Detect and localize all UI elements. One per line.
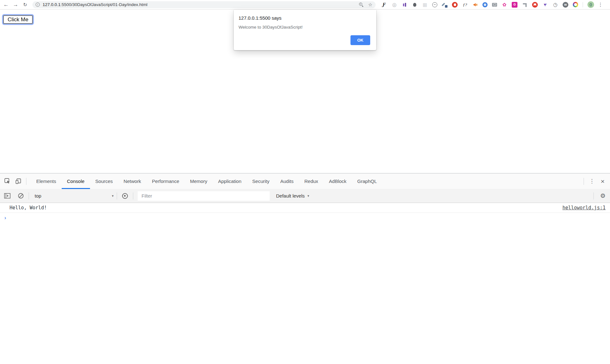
browser-toolbar: ← → ↻ i 127.0.0.1:5500/30DaysOfJavaScrip… [0, 0, 610, 10]
purple-bars-extension-icon[interactable] [402, 2, 407, 8]
console-prompt-icon: › [4, 214, 7, 221]
console-filter-input[interactable] [138, 191, 270, 201]
tab-memory[interactable]: Memory [185, 173, 213, 189]
eye-glyph [122, 193, 128, 199]
device-toolbar-svg [15, 178, 22, 185]
console-messages-area: Hello, World! helloworld.js:1 › [0, 203, 610, 223]
tab-performance[interactable]: Performance [147, 173, 185, 189]
console-sidebar-toggle-icon[interactable] [2, 191, 13, 201]
tab-adblock[interactable]: AdBlock [323, 173, 352, 189]
devtools-panel: Elements Console Sources Network Perform… [0, 173, 610, 364]
purple-heart-extension-icon[interactable]: ♥ [542, 2, 548, 8]
pink-gear-extension-icon[interactable]: ⚙ [512, 2, 517, 8]
context-caret-icon: ▼ [111, 194, 114, 198]
fx-question-extension-icon[interactable]: ƒ? [462, 2, 468, 8]
parens-extension-icon[interactable] [432, 2, 437, 7]
script-f-extension-icon[interactable]: Ƒ [381, 2, 387, 8]
bookmark-star-icon[interactable]: ☆ [368, 2, 372, 8]
console-log-text: Hello, World! [10, 205, 47, 211]
inspect-element-svg [4, 178, 11, 185]
pink-flower-extension-icon[interactable]: ✿ [502, 2, 507, 8]
pipe-elbow-extension-icon[interactable] [522, 2, 528, 8]
clear-console-icon[interactable] [15, 191, 26, 201]
bug-extension-icon[interactable] [412, 2, 418, 8]
console-toolbar-separator-4 [593, 192, 594, 199]
devtools-more-icon[interactable]: ⋮ [586, 176, 597, 187]
camera-extension-icon[interactable] [492, 3, 497, 7]
url-text[interactable]: 127.0.0.1:5500/30DaysOfJavaScript/01-Day… [43, 2, 359, 7]
tab-redux[interactable]: Redux [299, 173, 323, 189]
url-path: :5500/30DaysOfJavaScript/01-Day/index.ht… [60, 2, 147, 7]
console-source-link[interactable]: helloworld.js:1 [563, 205, 606, 211]
console-sidebar-svg [4, 193, 10, 199]
tab-network[interactable]: Network [118, 173, 147, 189]
click-me-button[interactable]: Click Me [3, 15, 33, 24]
console-prompt-row[interactable]: › [0, 213, 610, 223]
back-icon[interactable]: ← [1, 0, 11, 9]
site-info-icon[interactable]: i [36, 3, 40, 7]
live-expression-eye-icon[interactable] [120, 191, 130, 201]
log-levels-select[interactable]: Default levels ▼ [276, 193, 310, 199]
inspect-element-icon[interactable] [2, 176, 13, 187]
tab-sources[interactable]: Sources [90, 173, 118, 189]
eyedropper-extension-icon[interactable] [442, 2, 447, 8]
tabbar-separator [26, 178, 26, 185]
console-toolbar-separator-2 [117, 192, 117, 199]
alert-dialog: 127.0.0.1:5500 says Welcome to 30DaysOfJ… [234, 10, 376, 50]
tab-application[interactable]: Application [213, 173, 247, 189]
log-levels-caret-icon: ▼ [307, 194, 310, 198]
browser-menu-icon[interactable]: ⋮ [598, 2, 603, 8]
context-selected-value: top [35, 193, 41, 199]
devtools-tabbar: Elements Console Sources Network Perform… [0, 173, 610, 189]
console-toolbar-separator-1 [29, 192, 29, 199]
tab-console[interactable]: Console [62, 173, 90, 189]
alert-ok-button[interactable]: OK [350, 35, 370, 45]
w-circle-extension-icon[interactable]: W [563, 2, 568, 8]
console-settings-gear-icon[interactable]: ⚙ [600, 192, 606, 199]
console-log-row: Hello, World! helloworld.js:1 [0, 203, 610, 213]
tab-graphql[interactable]: GraphQL [352, 173, 382, 189]
alert-message: Welcome to 30DaysOfJavaScript! [234, 21, 376, 30]
zoom-icon[interactable]: + [359, 2, 364, 7]
grid-extension-icon[interactable]: ▦ [422, 2, 428, 8]
json-braces-extension-icon[interactable]: {} [587, 1, 594, 8]
forward-icon[interactable]: → [11, 0, 20, 9]
console-toolbar: top ▼ Default levels ▼ ⚙ [0, 189, 610, 203]
extensions-row: Ƒ ◎ ▦ ƒ? ✿ ⚙ ♥ ◷ W {} [381, 1, 594, 8]
tab-elements[interactable]: Elements [31, 173, 62, 189]
javascript-context-select[interactable]: top ▼ [35, 193, 114, 199]
megaphone-extension-icon[interactable] [472, 2, 478, 8]
zoom-lens: + [359, 3, 362, 6]
tab-audits[interactable]: Audits [275, 173, 299, 189]
red-bookmark-extension-icon[interactable] [532, 2, 538, 8]
devtools-close-icon[interactable]: × [597, 176, 608, 187]
reload-icon[interactable]: ↻ [20, 0, 30, 9]
blue-ring-extension-icon[interactable] [482, 2, 488, 7]
target-extension-icon[interactable]: ◎ [392, 2, 397, 8]
address-bar[interactable]: i 127.0.0.1:5500/30DaysOfJavaScript/01-D… [32, 1, 376, 8]
log-levels-value: Default levels [276, 193, 305, 199]
toolbar-divider [583, 2, 583, 7]
rainbow-ring-extension-icon[interactable] [573, 2, 578, 7]
alert-title: 127.0.0.1:5500 says [234, 10, 376, 21]
clear-console-glyph [18, 193, 24, 199]
devtools-tabs: Elements Console Sources Network Perform… [31, 173, 382, 189]
clock-extension-icon[interactable]: ◷ [552, 2, 558, 8]
tabbar-right-separator [584, 178, 584, 185]
url-host: 127.0.0.1 [43, 2, 60, 7]
red-hand-extension-icon[interactable] [452, 2, 458, 8]
device-toolbar-icon[interactable] [13, 176, 24, 187]
console-toolbar-separator-3 [133, 192, 133, 199]
tab-security[interactable]: Security [247, 173, 275, 189]
zoom-handle [362, 5, 364, 7]
